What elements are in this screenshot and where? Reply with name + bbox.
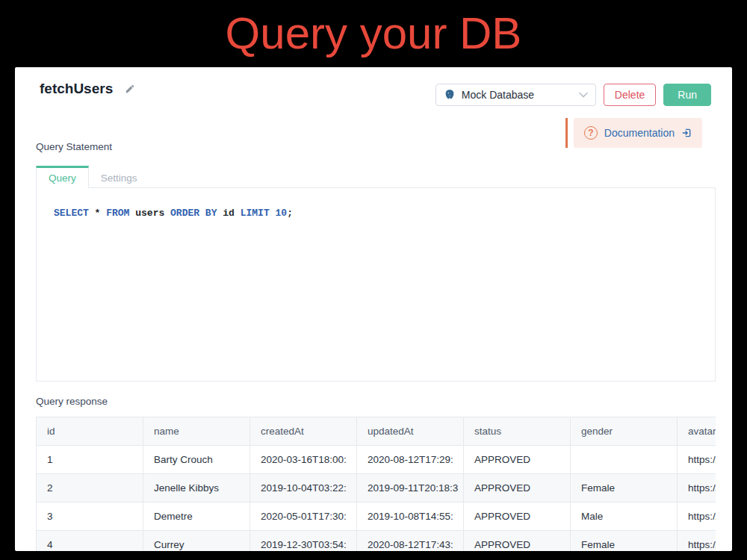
chevron-down-icon bbox=[579, 92, 588, 98]
sql-token bbox=[270, 208, 276, 219]
query-title-group: fetchUsers bbox=[40, 81, 135, 97]
table-cell: 2020-05-01T17:30: bbox=[250, 503, 357, 531]
response-section-label: Query response bbox=[36, 396, 108, 407]
table-row: 4Currey2019-12-30T03:54:2020-08-12T17:43… bbox=[37, 531, 716, 552]
help-icon: ? bbox=[584, 126, 598, 140]
table-row: 1Barty Crouch2020-03-16T18:00:2020-08-12… bbox=[37, 446, 716, 474]
column-header: updatedAt bbox=[357, 417, 464, 446]
sql-token: ORDER BY bbox=[170, 208, 217, 219]
documentation-banner[interactable]: ? Documentation bbox=[574, 118, 702, 148]
sql-token: LIMIT bbox=[241, 208, 270, 219]
tab-settings[interactable]: Settings bbox=[89, 166, 149, 188]
table-cell: APPROVED bbox=[464, 531, 571, 552]
resource-select[interactable]: Mock Database bbox=[436, 84, 596, 106]
column-header: status bbox=[464, 417, 571, 446]
table-cell bbox=[571, 446, 678, 474]
table-cell: 2020-08-12T17:43: bbox=[357, 531, 464, 552]
table-cell: https:// bbox=[678, 503, 716, 531]
column-header: avatar bbox=[678, 417, 716, 446]
documentation-link[interactable]: Documentation bbox=[604, 127, 675, 139]
table-cell: APPROVED bbox=[464, 474, 571, 503]
column-header: gender bbox=[571, 417, 678, 446]
table-cell: 2019-10-04T03:22: bbox=[250, 474, 357, 503]
sql-editor[interactable]: SELECT * FROM users ORDER BY id LIMIT 10… bbox=[36, 187, 716, 382]
column-header: createdAt bbox=[250, 417, 357, 446]
tab-query[interactable]: Query bbox=[36, 166, 89, 188]
table-cell: https:// bbox=[678, 446, 716, 474]
statement-section-label: Query Statement bbox=[36, 141, 112, 152]
table-cell: Currey bbox=[143, 531, 250, 552]
column-header: id bbox=[37, 417, 143, 446]
sql-token: ; bbox=[287, 208, 293, 219]
table-row: 3Demetre2020-05-01T17:30:2019-10-08T14:5… bbox=[37, 503, 716, 531]
table-cell: 2019-10-08T14:55: bbox=[357, 503, 464, 531]
query-response-table-wrap: idnamecreatedAtupdatedAtstatusgenderavat… bbox=[36, 417, 716, 551]
delete-button[interactable]: Delete bbox=[604, 84, 656, 106]
table-cell: APPROVED bbox=[464, 446, 571, 474]
table-cell: https:// bbox=[678, 474, 716, 503]
page-title: Query your DB bbox=[0, 0, 747, 66]
table-cell: https:// bbox=[678, 531, 716, 552]
table-cell: 2019-12-30T03:54: bbox=[250, 531, 357, 552]
table-cell: Barty Crouch bbox=[143, 446, 250, 474]
table-cell: Jenelle Kibbys bbox=[143, 474, 250, 503]
table-cell: APPROVED bbox=[464, 503, 571, 531]
table-cell: Female bbox=[571, 474, 678, 503]
sql-token: * bbox=[89, 208, 106, 219]
sql-token: FROM bbox=[106, 208, 129, 219]
table-cell: 2020-03-16T18:00: bbox=[250, 446, 357, 474]
table-cell: 4 bbox=[37, 531, 143, 552]
sql-token: SELECT bbox=[54, 208, 89, 219]
external-link-icon bbox=[681, 128, 692, 138]
table-cell: 2019-09-11T20:18:3 bbox=[357, 474, 464, 503]
header-controls: Mock Database Delete Run bbox=[436, 84, 711, 106]
sql-token: users bbox=[129, 208, 170, 219]
column-header: name bbox=[143, 417, 250, 446]
table-cell: 2 bbox=[37, 474, 143, 503]
query-editor-panel: fetchUsers Mock Database Delete Run ? Do… bbox=[15, 67, 732, 551]
postgresql-icon bbox=[444, 89, 456, 101]
sql-token: 10 bbox=[276, 208, 288, 219]
table-header-row: idnamecreatedAtupdatedAtstatusgenderavat… bbox=[37, 417, 716, 446]
resource-select-value: Mock Database bbox=[462, 89, 573, 101]
sql-statement: SELECT * FROM users ORDER BY id LIMIT 10… bbox=[54, 208, 715, 219]
tab-bar: Query Settings bbox=[36, 166, 149, 188]
table-cell: 1 bbox=[37, 446, 143, 474]
table-cell: Male bbox=[571, 503, 678, 531]
table-cell: Demetre bbox=[143, 503, 250, 531]
table-cell: 3 bbox=[37, 503, 143, 531]
sql-token: id bbox=[217, 208, 240, 219]
table-cell: Female bbox=[571, 531, 678, 552]
query-response-table: idnamecreatedAtupdatedAtstatusgenderavat… bbox=[36, 417, 716, 551]
table-cell: 2020-08-12T17:29: bbox=[357, 446, 464, 474]
run-button[interactable]: Run bbox=[663, 84, 711, 106]
edit-pencil-icon[interactable] bbox=[125, 84, 135, 94]
query-name: fetchUsers bbox=[40, 81, 113, 97]
table-row: 2Jenelle Kibbys2019-10-04T03:22:2019-09-… bbox=[37, 474, 716, 503]
